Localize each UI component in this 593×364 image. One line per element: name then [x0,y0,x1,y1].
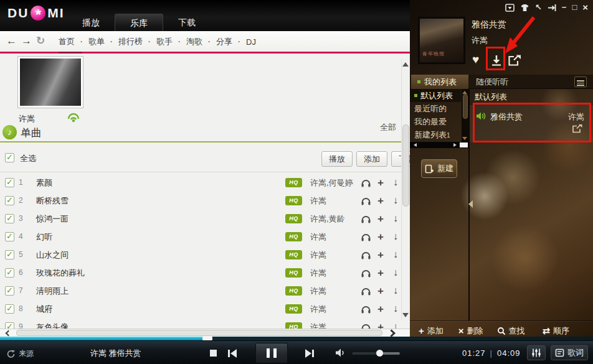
song-title[interactable]: 幻听 [36,231,52,243]
add-icon[interactable]: + [377,195,384,207]
previous-button[interactable] [228,349,237,358]
tab-random-listen[interactable]: 随便听听 [470,75,515,89]
song-artist[interactable]: 许嵩,黄龄 [310,213,345,225]
nav-link-share[interactable]: 分享 [216,36,232,47]
listen-icon[interactable] [361,286,371,296]
song-artist[interactable]: 许嵩 [310,304,326,315]
playlist-sidebar-hscrollbar[interactable] [410,142,468,148]
close-button[interactable]: × [582,3,588,12]
forward-icon[interactable]: → [21,35,32,47]
add-icon[interactable]: + [377,285,384,297]
nav-link-artists[interactable]: 歌手 [156,36,173,47]
row-checkbox[interactable] [5,196,14,205]
download-icon[interactable]: ↓ [393,231,398,242]
tab-my-lists[interactable]: 我的列表 [411,75,468,89]
song-title[interactable]: 惊鸿一面 [36,213,69,225]
row-checkbox[interactable] [5,268,14,278]
listen-icon[interactable] [361,250,371,260]
lyrics-button[interactable]: 歌词 [551,345,588,360]
scroll-right-icon[interactable] [387,329,396,337]
listen-artist-radio-icon[interactable] [66,111,81,124]
song-artist[interactable]: 许嵩 [310,322,326,329]
find-button[interactable]: 查找 [497,325,525,337]
table-row[interactable]: 3 惊鸿一面 HQ 许嵩,黄龄 + ↓ [0,210,410,228]
add-icon[interactable]: + [377,231,384,243]
download-icon[interactable]: ↓ [393,249,398,260]
table-row[interactable]: 4 幻听 HQ 许嵩 + ↓ [0,228,410,246]
nav-link-charts[interactable]: 排行榜 [118,36,143,47]
add-selected-button[interactable]: 添加 [356,151,387,167]
refresh-icon[interactable]: ↻ [36,35,45,47]
listen-icon[interactable] [361,304,371,314]
row-checkbox[interactable] [5,304,14,314]
listen-icon[interactable] [361,196,371,206]
song-artist[interactable]: 许嵩 [310,286,326,297]
tab-library[interactable]: 乐库 [115,14,163,31]
table-row[interactable]: 2 断桥残雪 HQ 许嵩 + ↓ [0,192,410,210]
new-playlist-button[interactable]: 新建 [421,159,457,178]
favorite-heart-icon[interactable]: ♥ [472,54,479,66]
add-icon[interactable]: + [377,213,384,225]
minimize-button[interactable]: − [562,3,567,12]
playlist-recent[interactable]: 最近听的 [410,102,461,115]
row-checkbox[interactable] [5,322,14,329]
nav-link-home[interactable]: 首页 [59,36,75,47]
nav-link-dj[interactable]: DJ [246,37,256,47]
song-artist[interactable]: 许嵩 [310,250,326,261]
scroll-up-icon[interactable] [402,59,409,67]
equalizer-button[interactable] [527,345,546,360]
order-button[interactable]: ⇄顺序 [543,325,570,337]
listen-icon[interactable] [361,322,371,329]
download-icon[interactable]: ↓ [393,195,398,206]
table-row[interactable]: 8 城府 HQ 许嵩 + ↓ [0,300,410,318]
scroll-left-icon[interactable] [412,143,417,147]
delete-button[interactable]: ×删除 [458,325,483,337]
select-all-checkbox[interactable] [5,153,14,162]
row-checkbox[interactable] [5,250,14,259]
song-title[interactable]: 素颜 [36,177,52,189]
nav-link-songlists[interactable]: 歌单 [88,36,105,47]
volume-handle[interactable] [376,350,383,357]
song-list-scrollbar[interactable] [401,59,409,320]
listen-icon[interactable] [361,232,371,242]
tab-play[interactable]: 播放 [67,14,115,31]
nav-link-taoge[interactable]: 淘歌 [186,36,202,47]
table-row[interactable]: 5 山水之间 HQ 许嵩 + ↓ [0,246,410,264]
table-row[interactable]: 7 清明雨上 HQ 许嵩 + ↓ [0,282,410,300]
maximize-button[interactable]: □ [572,3,577,12]
download-icon[interactable]: ↓ [393,213,398,224]
volume-slider[interactable] [353,352,400,355]
now-playing-album-art[interactable]: 青年晚报 [418,17,465,64]
scroll-down-icon[interactable] [402,313,409,320]
song-title[interactable]: 城府 [36,304,52,315]
download-icon[interactable]: ↓ [393,303,398,314]
collapse-sidebar-icon[interactable] [465,200,473,208]
dock-side-icon[interactable] [548,4,556,12]
back-icon[interactable]: ← [6,35,17,47]
table-row[interactable]: 9 灰色头像 HQ 许嵩 + ↓ [0,318,410,329]
playlist-default[interactable]: 默认列表 [410,89,461,102]
song-title[interactable]: 断桥残雪 [36,195,69,207]
song-title[interactable]: 灰色头像 [36,322,69,329]
song-artist[interactable]: 许嵩 [310,268,326,279]
tab-download[interactable]: 下载 [163,14,211,31]
download-icon[interactable]: ↓ [393,285,398,296]
song-title[interactable]: 玫瑰花的葬礼 [36,268,85,279]
download-icon[interactable]: ↓ [393,177,398,188]
row-checkbox[interactable] [5,178,14,187]
add-icon[interactable]: + [377,321,384,329]
row-checkbox[interactable] [5,286,14,296]
scroll-left-icon[interactable] [6,330,12,337]
list-view-icon[interactable] [574,77,587,87]
listen-icon[interactable] [361,214,371,224]
add-icon[interactable]: + [377,303,384,315]
listen-icon[interactable] [361,178,371,188]
song-title[interactable]: 山水之间 [36,250,69,261]
playlist-favorites[interactable]: 我的最爱 [410,115,461,128]
scrollbar-thumb[interactable] [460,142,468,147]
add-button[interactable]: +添加 [419,325,444,337]
add-icon[interactable]: + [377,249,384,261]
listen-icon[interactable] [361,268,371,278]
add-icon[interactable]: + [377,177,384,189]
song-artist[interactable]: 许嵩 [310,231,326,243]
